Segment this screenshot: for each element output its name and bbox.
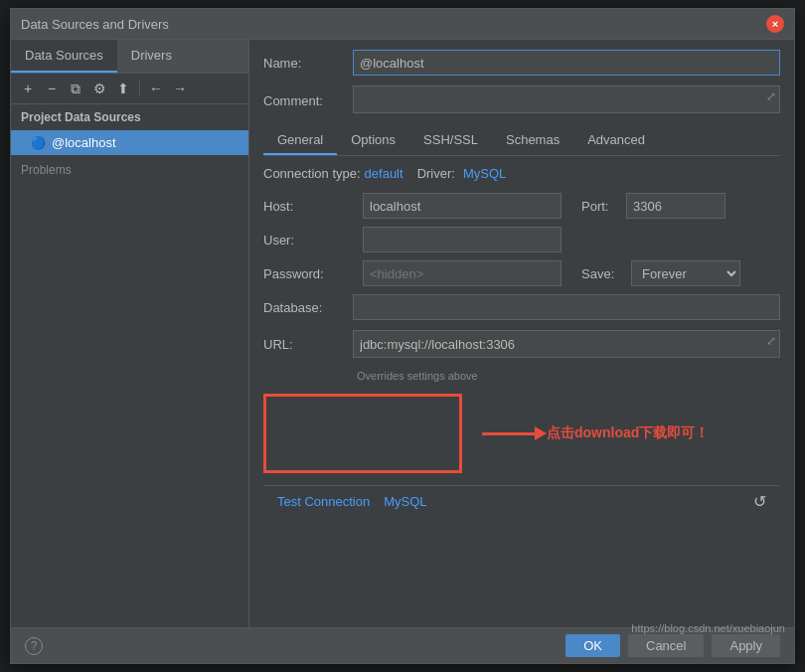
reset-icon[interactable]: ↺ bbox=[753, 492, 766, 511]
connection-type-label: Connection type: bbox=[263, 166, 361, 181]
expand-icon[interactable]: ⤢ bbox=[766, 89, 776, 103]
dialog-body: Data Sources Drivers + − ⧉ ⚙ ⬆ ← → bbox=[11, 40, 794, 627]
url-label: URL: bbox=[263, 337, 353, 352]
test-connection-link[interactable]: Test Connection bbox=[277, 494, 370, 509]
tab-data-sources[interactable]: Data Sources bbox=[11, 40, 117, 73]
mysql-label[interactable]: MySQL bbox=[384, 494, 426, 509]
user-label: User: bbox=[263, 233, 353, 248]
left-panel: Data Sources Drivers + − ⧉ ⚙ ⬆ ← → bbox=[11, 40, 249, 627]
tab-options[interactable]: Options bbox=[337, 126, 409, 155]
comment-row: Comment: ⤢ bbox=[263, 85, 780, 116]
tab-schemas[interactable]: Schemas bbox=[492, 126, 573, 155]
forward-button[interactable]: → bbox=[169, 78, 191, 99]
toolbar-separator bbox=[139, 81, 140, 96]
connection-type-value[interactable]: default bbox=[365, 166, 403, 181]
connection-type-row: Connection type: default Driver: MySQL bbox=[263, 166, 780, 181]
tab-general[interactable]: General bbox=[263, 126, 337, 155]
ok-button[interactable]: OK bbox=[565, 634, 620, 657]
tree-item-label: @localhost bbox=[52, 135, 116, 150]
settings-button[interactable]: ⚙ bbox=[88, 78, 110, 99]
problems-label: Problems bbox=[21, 163, 72, 177]
download-button[interactable] bbox=[263, 394, 462, 473]
right-panel: Name: Comment: ⤢ General Opt bbox=[249, 40, 794, 627]
apply-button[interactable]: Apply bbox=[712, 634, 780, 657]
url-input[interactable] bbox=[353, 330, 780, 358]
port-label: Port: bbox=[581, 199, 616, 214]
url-wrapper: ⤢ bbox=[353, 330, 780, 358]
user-input[interactable] bbox=[363, 227, 562, 252]
back-button[interactable]: ← bbox=[145, 78, 167, 99]
driver-label: Driver: bbox=[417, 166, 455, 181]
problems-section: Problems bbox=[11, 155, 248, 185]
dialog-title: Data Sources and Drivers bbox=[21, 17, 169, 32]
arrow-container bbox=[482, 432, 537, 435]
close-button[interactable]: × bbox=[766, 15, 784, 33]
database-icon: 🔵 bbox=[31, 136, 46, 150]
download-arrow: 点击download下载即可！ bbox=[482, 424, 709, 442]
comment-wrapper: ⤢ bbox=[353, 85, 780, 116]
driver-value[interactable]: MySQL bbox=[463, 166, 506, 181]
arrow-line bbox=[482, 432, 537, 435]
left-tabs: Data Sources Drivers bbox=[11, 40, 248, 74]
tab-drivers[interactable]: Drivers bbox=[117, 40, 186, 73]
section-header: Project Data Sources bbox=[11, 104, 248, 130]
url-hint: Overrides settings above bbox=[263, 370, 780, 382]
download-text: 点击download下载即可！ bbox=[547, 424, 709, 442]
comment-input[interactable] bbox=[353, 85, 780, 113]
host-port-row: Host: Port: bbox=[263, 193, 780, 219]
url-expand-icon[interactable]: ⤢ bbox=[766, 334, 776, 348]
download-area: 点击download下载即可！ bbox=[263, 394, 780, 473]
password-input[interactable] bbox=[363, 260, 562, 286]
cancel-button[interactable]: Cancel bbox=[628, 634, 704, 657]
database-row: Database: bbox=[263, 294, 780, 320]
comment-label: Comment: bbox=[263, 93, 353, 108]
url-row: URL: ⤢ bbox=[263, 330, 780, 358]
name-input[interactable] bbox=[353, 50, 780, 76]
database-input[interactable] bbox=[353, 294, 780, 320]
host-label: Host: bbox=[263, 199, 353, 214]
dialog-titlebar: Data Sources and Drivers × bbox=[11, 9, 794, 40]
add-button[interactable]: + bbox=[17, 78, 39, 99]
save-select[interactable]: Forever Until Restart Never bbox=[631, 260, 740, 286]
tree-item-localhost[interactable]: 🔵 @localhost bbox=[11, 130, 248, 155]
help-button[interactable]: ? bbox=[25, 637, 43, 655]
name-row: Name: bbox=[263, 50, 780, 76]
password-label: Password: bbox=[263, 266, 353, 281]
user-row: User: bbox=[263, 227, 780, 252]
data-sources-dialog: Data Sources and Drivers × Data Sources … bbox=[10, 8, 795, 664]
save-label: Save: bbox=[581, 266, 621, 281]
port-input[interactable] bbox=[626, 193, 725, 219]
password-save-row: Password: Save: Forever Until Restart Ne… bbox=[263, 260, 780, 286]
arrow-head bbox=[535, 426, 547, 440]
watermark: https://blog.csdn.net/xuebiaojun bbox=[631, 622, 785, 634]
name-label: Name: bbox=[263, 56, 353, 71]
config-tabs: General Options SSH/SSL Schemas Advanced bbox=[263, 126, 780, 156]
import-button[interactable]: ⬆ bbox=[112, 78, 134, 99]
tab-ssh-ssl[interactable]: SSH/SSL bbox=[409, 126, 492, 155]
database-label: Database: bbox=[263, 300, 353, 315]
remove-button[interactable]: − bbox=[41, 78, 63, 99]
copy-button[interactable]: ⧉ bbox=[65, 78, 86, 99]
bottom-bar: Test Connection MySQL ↺ bbox=[263, 485, 780, 517]
host-input[interactable] bbox=[363, 193, 562, 219]
left-toolbar: + − ⧉ ⚙ ⬆ ← → bbox=[11, 74, 248, 104]
tab-advanced[interactable]: Advanced bbox=[573, 126, 659, 155]
